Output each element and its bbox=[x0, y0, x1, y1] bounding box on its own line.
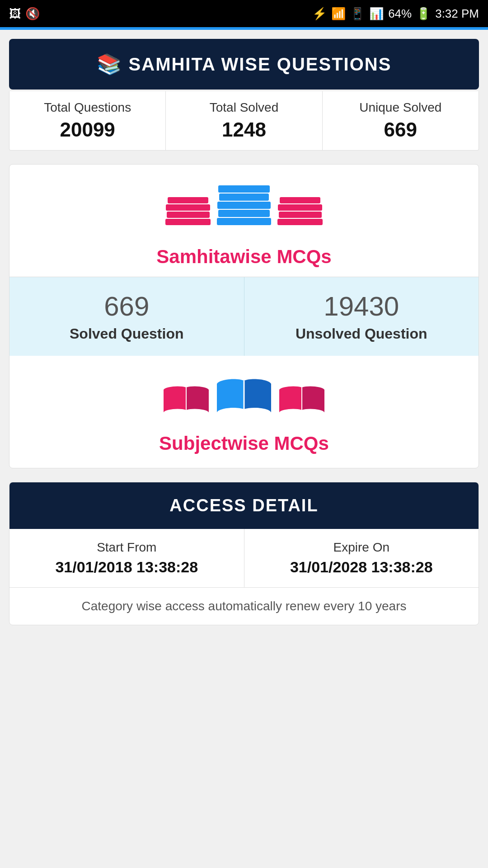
svg-rect-5 bbox=[218, 210, 270, 217]
pink-open-book-right bbox=[277, 378, 327, 419]
subjectwise-icon bbox=[19, 374, 469, 424]
image-icon: 🖼 bbox=[9, 7, 21, 21]
page-title: SAMHITA WISE QUESTIONS bbox=[129, 54, 392, 75]
svg-rect-10 bbox=[279, 212, 322, 218]
time-display: 3:32 PM bbox=[435, 7, 479, 21]
access-header: ACCESS DETAIL bbox=[9, 482, 479, 529]
total-questions-value: 20099 bbox=[14, 118, 161, 141]
solved-number: 669 bbox=[19, 291, 235, 322]
start-from-label: Start From bbox=[19, 540, 235, 555]
samhitawise-icon bbox=[19, 183, 469, 237]
status-left: 🖼 🔇 bbox=[9, 7, 40, 21]
access-note: Category wise access automatically renew… bbox=[9, 588, 479, 625]
access-dates-row: Start From 31/01/2018 13:38:28 Expire On… bbox=[9, 529, 479, 588]
svg-rect-3 bbox=[168, 197, 208, 203]
subjectwise-title[interactable]: Subjectwise MCQs bbox=[19, 433, 469, 454]
blue-book-center bbox=[215, 183, 273, 237]
access-card: ACCESS DETAIL Start From 31/01/2018 13:3… bbox=[9, 482, 479, 625]
total-solved-label: Total Solved bbox=[170, 100, 317, 115]
access-title: ACCESS DETAIL bbox=[19, 496, 469, 515]
expire-on-label: Expire On bbox=[253, 540, 470, 555]
svg-rect-1 bbox=[167, 212, 210, 218]
phone-icon: 📱 bbox=[350, 7, 365, 21]
svg-rect-0 bbox=[165, 219, 211, 225]
svg-rect-11 bbox=[278, 204, 322, 211]
svg-rect-6 bbox=[217, 202, 271, 209]
samhitawise-title[interactable]: Samhitawise MCQs bbox=[19, 246, 469, 268]
total-questions-cell: Total Questions 20099 bbox=[9, 91, 166, 150]
solved-label: Solved Question bbox=[19, 326, 235, 342]
header-icon: 📚 bbox=[97, 52, 122, 76]
bluetooth-icon: ⚡ bbox=[312, 7, 327, 21]
expire-on-value: 31/01/2028 13:38:28 bbox=[253, 558, 470, 576]
pink-book-left bbox=[163, 192, 213, 237]
wifi-icon: 📶 bbox=[331, 7, 346, 21]
total-solved-value: 1248 bbox=[170, 118, 317, 141]
mute-icon: 🔇 bbox=[25, 7, 40, 21]
unique-solved-value: 669 bbox=[327, 118, 474, 141]
svg-rect-8 bbox=[218, 185, 270, 193]
samhitawise-section[interactable]: Samhitawise MCQs bbox=[9, 165, 479, 277]
subjectwise-section[interactable]: Subjectwise MCQs bbox=[9, 356, 479, 468]
solved-unsolved-row: 669 Solved Question 19430 Unsolved Quest… bbox=[9, 277, 479, 356]
unsolved-number: 19430 bbox=[253, 291, 470, 322]
svg-rect-9 bbox=[277, 219, 323, 225]
main-content: 📚 SAMHITA WISE QUESTIONS Total Questions… bbox=[0, 30, 488, 634]
unsolved-cell: 19430 Unsolved Question bbox=[244, 277, 479, 356]
unique-solved-cell: Unique Solved 669 bbox=[323, 91, 479, 150]
pink-book-right bbox=[275, 192, 325, 237]
stats-row: Total Questions 20099 Total Solved 1248 … bbox=[9, 91, 479, 151]
expire-on-cell: Expire On 31/01/2028 13:38:28 bbox=[244, 529, 479, 587]
mcq-card: Samhitawise MCQs 669 Solved Question 194… bbox=[9, 164, 479, 468]
pink-open-book-left bbox=[161, 378, 211, 419]
blue-open-book-center bbox=[215, 374, 273, 424]
status-right: ⚡ 📶 📱 📊 64% 🔋 3:32 PM bbox=[312, 7, 479, 21]
unique-solved-label: Unique Solved bbox=[327, 100, 474, 115]
unsolved-label: Unsolved Question bbox=[253, 326, 470, 342]
signal-icon: 📊 bbox=[369, 7, 384, 21]
status-bar: 🖼 🔇 ⚡ 📶 📱 📊 64% 🔋 3:32 PM bbox=[0, 0, 488, 27]
start-from-value: 31/01/2018 13:38:28 bbox=[19, 558, 235, 576]
start-from-cell: Start From 31/01/2018 13:38:28 bbox=[9, 529, 244, 587]
svg-rect-2 bbox=[166, 204, 210, 211]
battery-icon: 🔋 bbox=[416, 7, 431, 21]
svg-rect-12 bbox=[280, 197, 320, 203]
total-questions-label: Total Questions bbox=[14, 100, 161, 115]
svg-rect-7 bbox=[219, 193, 269, 201]
battery-text: 64% bbox=[388, 7, 412, 21]
total-solved-cell: Total Solved 1248 bbox=[166, 91, 322, 150]
solved-cell: 669 Solved Question bbox=[9, 277, 244, 356]
svg-rect-4 bbox=[217, 218, 271, 225]
page-header: 📚 SAMHITA WISE QUESTIONS bbox=[9, 39, 479, 90]
